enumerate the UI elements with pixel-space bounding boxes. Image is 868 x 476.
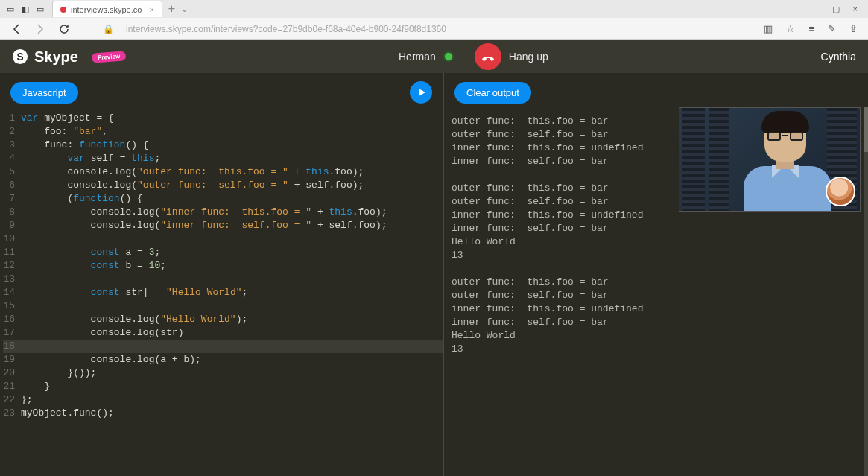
code-editor[interactable]: 1var myObject = {2 foo: "bar",3 func: fu…	[0, 112, 443, 476]
code-line[interactable]: 5 console.log("outer func: this.foo = " …	[3, 165, 443, 179]
code-line[interactable]: 11 const a = 3;	[3, 246, 443, 259]
refresh-button[interactable]	[58, 23, 70, 35]
app-root: S Skype Preview Herman Hang up Cynthia J…	[0, 40, 868, 476]
code-line[interactable]: 14 const str| = "Hello World";	[3, 286, 443, 299]
code-line[interactable]: 22};	[3, 393, 443, 407]
titlebar-left-icons: ▭ ◧ ▭	[0, 3, 48, 15]
skype-icon: S	[12, 48, 28, 65]
window-titlebar: ▭ ◧ ▭ interviews.skype.co × + ⌄ — ▢ ×	[0, 0, 868, 18]
hangup-button[interactable]	[475, 43, 501, 70]
scrollbar-thumb[interactable]	[864, 107, 868, 152]
code-line[interactable]: 4 var self = this;	[3, 152, 443, 165]
forward-button[interactable]	[34, 23, 46, 35]
share-icon[interactable]: ⇪	[849, 23, 858, 34]
app-icon-2: ◧	[19, 3, 31, 15]
browser-toolbar: 🔒 interviews.skype.com/interviews?code=2…	[0, 18, 868, 40]
new-tab-button[interactable]: +	[168, 2, 175, 16]
skype-logo: S Skype Preview	[12, 48, 126, 66]
code-line[interactable]: 10	[3, 232, 443, 246]
app-header: S Skype Preview Herman Hang up Cynthia	[0, 40, 868, 73]
caller-name: Herman	[399, 51, 436, 63]
play-icon	[417, 88, 426, 97]
output-pane: Clear output outer func: this.foo = bar …	[444, 73, 868, 476]
hangup-label: Hang up	[509, 51, 548, 63]
code-line[interactable]: 17 console.log(str)	[3, 326, 443, 340]
lock-icon: 🔒	[103, 24, 114, 34]
back-button[interactable]	[10, 23, 22, 35]
video-call-window[interactable]	[679, 107, 861, 212]
code-line[interactable]: 2 foo: "bar",	[3, 125, 443, 139]
app-icon-1: ▭	[4, 3, 16, 15]
presence-indicator	[443, 51, 454, 62]
code-line[interactable]: 21 }	[3, 380, 443, 393]
tab-close-icon[interactable]: ×	[149, 5, 153, 14]
code-line[interactable]: 18	[3, 340, 443, 353]
close-window-button[interactable]: ×	[853, 4, 858, 14]
remote-user-name: Cynthia	[821, 51, 856, 63]
tab-favicon	[60, 7, 66, 13]
code-line[interactable]: 3 func: function() {	[3, 139, 443, 152]
code-line[interactable]: 23myObject.func();	[3, 407, 443, 420]
run-button[interactable]	[410, 81, 432, 104]
code-line[interactable]: 6 console.log("outer func: self.foo = " …	[3, 179, 443, 192]
code-line[interactable]: 16 console.log("Hello World");	[3, 313, 443, 326]
address-bar[interactable]: interviews.skype.com/interviews?code=27b…	[126, 24, 752, 34]
code-line[interactable]: 8 console.log("inner func: this.foo = " …	[3, 206, 443, 219]
tab-title: interviews.skype.co	[71, 5, 142, 14]
code-line[interactable]: 19 console.log(a + b);	[3, 353, 443, 366]
code-line[interactable]: 7 (function() {	[3, 192, 443, 206]
code-line[interactable]: 1var myObject = {	[3, 112, 443, 125]
hub-icon[interactable]: ≡	[808, 23, 814, 34]
window-controls: — ▢ ×	[811, 4, 868, 14]
code-line[interactable]: 9 console.log("inner func: self.foo = " …	[3, 219, 443, 232]
product-name: Skype	[34, 48, 78, 66]
self-video-pip[interactable]	[826, 177, 855, 206]
code-line[interactable]: 13	[3, 273, 443, 286]
code-line[interactable]: 12 const b = 10;	[3, 259, 443, 273]
app-icon-3: ▭	[34, 3, 46, 15]
tab-overflow-icon[interactable]: ⌄	[181, 4, 188, 14]
favorite-icon[interactable]: ☆	[786, 23, 795, 34]
browser-tab[interactable]: interviews.skype.co ×	[52, 1, 162, 17]
notes-icon[interactable]: ✎	[828, 23, 836, 34]
svg-text:S: S	[16, 51, 23, 63]
preview-badge: Preview	[92, 51, 127, 63]
hangup-icon	[481, 49, 495, 64]
clear-output-button[interactable]: Clear output	[454, 82, 531, 104]
reading-view-icon[interactable]: ▥	[764, 23, 773, 34]
output-scrollbar[interactable]	[864, 107, 868, 476]
code-line[interactable]: 20 }());	[3, 366, 443, 380]
code-line[interactable]: 15	[3, 299, 443, 313]
minimize-button[interactable]: —	[811, 4, 819, 14]
maximize-button[interactable]: ▢	[832, 4, 840, 14]
editor-pane: Javascript 1var myObject = {2 foo: "bar"…	[0, 73, 444, 476]
language-selector[interactable]: Javascript	[10, 82, 78, 104]
